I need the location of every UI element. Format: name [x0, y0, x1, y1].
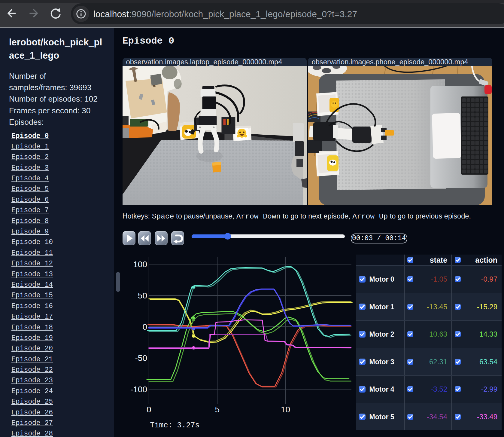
svg-text:10: 10: [281, 405, 290, 414]
svg-text:0: 0: [142, 322, 147, 332]
svg-text:-50: -50: [135, 353, 147, 363]
svg-text:5: 5: [215, 405, 220, 414]
svg-text:100: 100: [133, 260, 147, 269]
svg-text:50: 50: [138, 291, 147, 300]
svg-text:-100: -100: [130, 385, 147, 394]
svg-text:0: 0: [147, 405, 151, 414]
